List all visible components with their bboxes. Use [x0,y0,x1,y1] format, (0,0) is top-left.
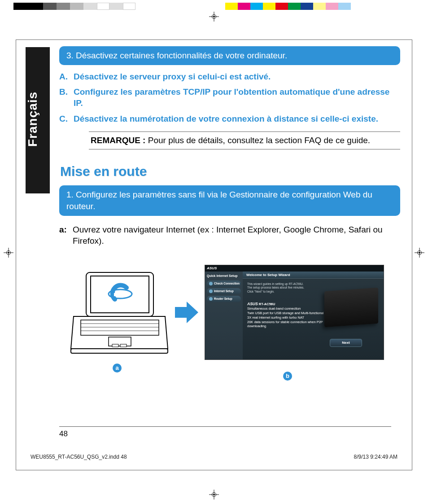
step-3-box: 3. Désactivez certaines fonctionnalités … [59,46,400,65]
wizard-brand: ASUS [205,266,217,270]
substep-a: A. Désactivez le serveur proxy si celui-… [59,71,398,83]
substep-text: Désactivez le serveur proxy si celui-ci … [74,71,271,83]
figure-badge-b: b [283,372,292,381]
substep-text: Désactivez la numérotation de votre conn… [74,114,378,125]
footer-right: 8/9/13 9:24:49 AM [354,454,397,460]
note-text: Pour plus de détails, consultez la secti… [148,136,370,145]
registration-mark-icon [209,490,219,500]
substep-a-text: Ouvrez votre navigateur Internet (ex : I… [73,224,400,247]
substep-a-label: a: [59,224,73,247]
substep-text: Configurez les paramètres TCP/IP pour l'… [74,87,398,109]
note-box: REMARQUE : Pour plus de détails, consult… [89,131,400,149]
step-1-box: 1. Configurez les paramètres sans fil vi… [59,185,400,215]
substep-label: A. [59,71,74,83]
footer: WEU8555_RT-AC56U_QSG_v2.indd 48 8/9/13 9… [31,454,397,460]
laptop-icon [70,270,169,355]
footer-left: WEU8555_RT-AC56U_QSG_v2.indd 48 [31,454,127,460]
svg-rect-19 [114,293,127,296]
arrow-right-icon [174,300,199,325]
page-frame: Français 3. Désactivez certaines fonctio… [16,39,412,470]
color-calibration-bar [13,3,415,10]
note-label: REMARQUE : [91,136,148,145]
section-title: Mise en route [60,164,400,179]
language-tab: Français [26,47,50,193]
svg-rect-21 [71,349,168,353]
router-icon [324,288,378,327]
page-number: 48 [59,426,391,438]
substep-b: B. Configurez les paramètres TCP/IP pour… [59,87,398,109]
wizard-next-button: Next [330,339,362,347]
svg-rect-22 [81,320,159,335]
svg-marker-29 [175,302,198,323]
wizard-main-header: Welcome to Setup Wizard [243,272,384,279]
wizard-sidebar-item: Check Connection [207,280,241,287]
setup-wizard-screenshot: ASUS Quick Internet Setup Check Connecti… [205,265,384,360]
registration-mark-icon [209,12,219,22]
wizard-sidebar-header: Quick Internet Setup [205,272,243,279]
wizard-product-model: RT-AC56U [259,302,275,306]
substep-c: C. Désactivez la numérotation de votre c… [59,114,398,125]
wizard-intro-line: This wizard guides in setting up RT-AC56… [247,282,379,286]
svg-rect-24 [112,344,118,347]
wizard-sidebar-item: Internet Setup [207,288,241,294]
figure-row: ASUS Quick Internet Setup Check Connecti… [70,265,400,360]
step-1-text: 1. Configurez les paramètres sans fil vi… [66,190,372,211]
registration-mark-icon [4,248,13,258]
wizard-sidebar-item: Router Setup [207,296,241,302]
substep-label: C. [59,114,74,125]
substep-label: B. [59,87,74,109]
svg-rect-25 [120,344,127,347]
wizard-product-desc: downloading [247,324,379,329]
wizard-product-brand: ASUS [247,302,258,306]
registration-mark-icon [415,248,424,258]
figure-badge-a: a [113,364,122,373]
